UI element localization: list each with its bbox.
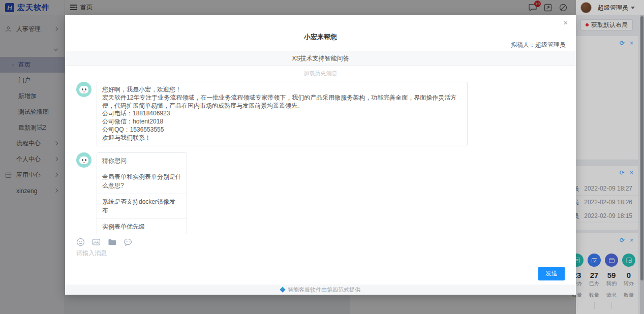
greeting-line: 公司QQ：1536553555 <box>102 126 462 134</box>
greeting-line: 公司微信：hotent2018 <box>102 118 462 126</box>
dialog-footer: 智能客服软件由第四范式提供 <box>65 285 576 295</box>
message-input[interactable]: 请输入消息 <box>76 249 565 258</box>
footer-text: 智能客服软件由第四范式提供 <box>288 286 360 294</box>
drafter-label: 拟稿人：超级管理员 <box>511 41 566 49</box>
question-item[interactable]: 系统是否支持docker镜像发布 <box>97 194 187 219</box>
send-button[interactable]: 发送 <box>538 267 565 280</box>
greeting-line: 您好啊，我是小宏，欢迎您！ <box>102 86 462 94</box>
bot-avatar-icon <box>76 152 91 168</box>
bot-message: 猜你想问 全局表单和实例表单分别是什么意思? 系统是否支持docker镜像发布 … <box>76 152 565 234</box>
app-root: H 宏天软件 人事管理 首页 门户 新增加 测试轮播图 最新测试2 流 <box>0 0 644 314</box>
greeting-line: 欢迎与我们联系！ <box>102 134 462 142</box>
folder-icon[interactable] <box>108 238 116 246</box>
bot-message: 您好啊，我是小宏，欢迎您！ 宏天软件12年专注于业务流程领域，在一批业务流程领域… <box>76 82 565 146</box>
chat-input-area[interactable]: 请输入消息 <box>65 234 576 285</box>
greeting-line: 公司电话：18818406923 <box>102 110 462 118</box>
close-icon[interactable]: × <box>563 18 568 27</box>
suggested-questions-card: 猜你想问 全局表单和实例表单分别是什么意思? 系统是否支持docker镜像发布 … <box>97 152 187 234</box>
assistant-dialog: × 小宏来帮您 拟稿人：超级管理员 XS技术支持智能问答 加载历史消息 您好啊，… <box>65 15 576 295</box>
greeting-line: 宏天软件12年专注于业务流程领域，在一批业务流程领域专家带领下，我们的产品采用微… <box>102 94 462 110</box>
load-history-link[interactable]: 加载历史消息 <box>76 70 565 77</box>
vendor-logo-icon <box>280 287 285 292</box>
chat-body: 加载历史消息 您好啊，我是小宏，欢迎您！ 宏天软件12年专注于业务流程领域，在一… <box>76 66 565 234</box>
dialog-subtitle: XS技术支持智能问答 <box>65 51 576 66</box>
bot-greeting-bubble: 您好啊，我是小宏，欢迎您！ 宏天软件12年专注于业务流程领域，在一批业务流程领域… <box>97 82 468 146</box>
question-item[interactable]: 实例表单优先级 <box>97 219 187 234</box>
input-toolbar <box>76 238 565 246</box>
image-icon[interactable] <box>92 238 101 246</box>
question-item[interactable]: 全局表单和实例表单分别是什么意思? <box>97 169 187 194</box>
questions-header: 猜你想问 <box>97 153 187 169</box>
emoji-icon[interactable] <box>76 238 85 246</box>
dialog-title: 小宏来帮您 <box>65 33 576 42</box>
comment-icon[interactable] <box>124 238 132 246</box>
bot-avatar-icon <box>76 82 91 97</box>
